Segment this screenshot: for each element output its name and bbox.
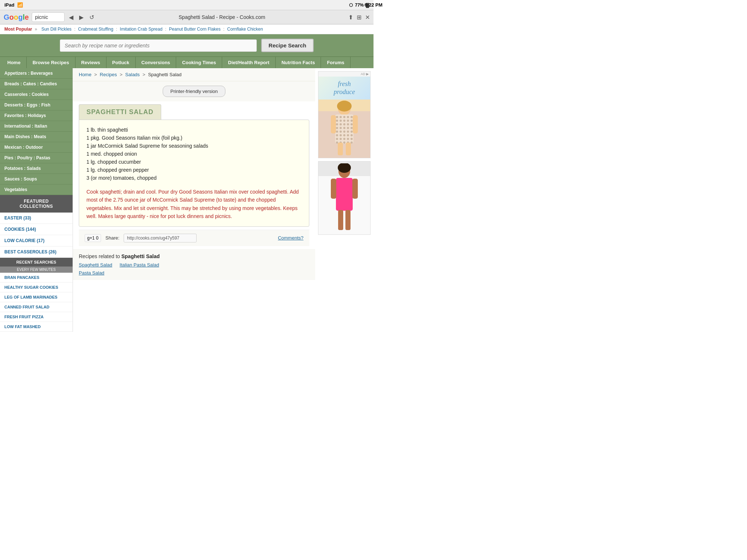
share-button[interactable]: ⬆ bbox=[348, 14, 353, 21]
svg-rect-7 bbox=[346, 143, 351, 155]
popular-link-5[interactable]: Cornflake Chicken bbox=[227, 27, 263, 32]
ingredient-2: 1 pkg. Good Seasons Italian mix (foil pk… bbox=[86, 134, 302, 142]
browser-search-input[interactable] bbox=[32, 12, 65, 22]
related-recipe-name: Spaghetti Salad bbox=[121, 253, 160, 259]
sidebar: Appetizers : Beverages Breads : Cakes : … bbox=[0, 68, 73, 332]
popular-link-4[interactable]: Peanut Butter Corn Flakes bbox=[169, 27, 220, 32]
sidebar-item-desserts[interactable]: Desserts : Eggs : Fish bbox=[0, 100, 73, 110]
collection-easter[interactable]: EASTER (33) bbox=[0, 213, 73, 224]
related-title: Recipes related to Spaghetti Salad bbox=[79, 253, 309, 259]
svg-rect-3 bbox=[335, 114, 353, 144]
gplus-count: 0 bbox=[96, 236, 98, 241]
nav-forums[interactable]: Forums bbox=[321, 57, 351, 68]
browser-chrome: Google ◀ ▶ ↺ Spaghetti Salad - Recipe - … bbox=[0, 10, 374, 24]
popular-link-3[interactable]: Imitation Crab Spread bbox=[120, 27, 163, 32]
sidebar-item-favorites[interactable]: Favorites : Holidays bbox=[0, 110, 73, 121]
ad-model-image-1 bbox=[318, 100, 370, 158]
recent-fresh-fruit-pizza[interactable]: FRESH FRUIT PIZZA bbox=[0, 312, 73, 322]
battery-percent: 77% bbox=[355, 3, 364, 8]
ipad-label: iPad bbox=[4, 2, 14, 8]
sidebar-item-potatoes[interactable]: Potatoes : Salads bbox=[0, 163, 73, 174]
svg-rect-4 bbox=[331, 115, 336, 133]
nav-home[interactable]: Home bbox=[0, 57, 27, 68]
forward-button[interactable]: ▶ bbox=[78, 13, 85, 22]
ad-box-1[interactable]: AD ▶ freshproduce bbox=[318, 71, 371, 158]
share-section: g+1 0 Share: Comments? bbox=[79, 230, 309, 246]
collection-best-casseroles[interactable]: BEST CASSEROLES (26) bbox=[0, 246, 73, 258]
sidebar-item-sauces[interactable]: Sauces : Soups bbox=[0, 174, 73, 184]
main-layout: Appetizers : Beverages Breads : Cakes : … bbox=[0, 68, 374, 332]
content-main: Home > Recipes > Salads > Spaghetti Sala… bbox=[73, 68, 315, 332]
related-link-pasta-salad[interactable]: Pasta Salad bbox=[79, 270, 104, 276]
recent-healthy-sugar-cookies[interactable]: HEALTHY SUGAR COOKIES bbox=[0, 283, 73, 292]
svg-rect-12 bbox=[331, 179, 336, 199]
svg-point-1 bbox=[337, 101, 352, 112]
popular-link-1[interactable]: Sun Dill Pickles bbox=[41, 27, 71, 32]
nav-reviews[interactable]: Reviews bbox=[76, 57, 107, 68]
breadcrumb-current: Spaghetti Salad bbox=[148, 72, 182, 77]
sidebar-item-vegetables[interactable]: Vegetables bbox=[0, 184, 73, 195]
page-title: Spaghetti Salad - Recipe - Cooks.com bbox=[98, 14, 345, 20]
popular-link-2[interactable]: Crabmeat Stuffing bbox=[78, 27, 113, 32]
svg-rect-13 bbox=[352, 179, 358, 199]
fresh-produce-ad: freshproduce bbox=[318, 77, 370, 100]
browser-actions: ⬆ ⊞ ✕ bbox=[348, 14, 370, 21]
fresh-produce-text: freshproduce bbox=[322, 80, 367, 96]
recent-canned-fruit-salad[interactable]: CANNED FRUIT SALAD bbox=[0, 302, 73, 312]
collection-cookies[interactable]: COOKIES (144) bbox=[0, 224, 73, 235]
related-link-italian-pasta[interactable]: Italian Pasta Salad bbox=[120, 262, 159, 268]
gplus-label: g+1 bbox=[87, 236, 94, 241]
svg-rect-5 bbox=[353, 115, 358, 133]
sidebar-item-appetizers[interactable]: Appetizers : Beverages bbox=[0, 68, 73, 79]
comments-link[interactable]: Comments? bbox=[278, 235, 303, 241]
related-link-spaghetti-salad[interactable]: Spaghetti Salad bbox=[79, 262, 112, 268]
recent-low-fat-mashed[interactable]: LOW FAT MASHED bbox=[0, 322, 73, 332]
sidebar-item-main-dishes[interactable]: Main Dishes : Meats bbox=[0, 132, 73, 142]
tab-view-button[interactable]: ⊞ bbox=[357, 14, 361, 21]
bluetooth-icon: ⬡ bbox=[349, 3, 353, 8]
nav-potluck[interactable]: Potluck bbox=[107, 57, 136, 68]
breadcrumb-home[interactable]: Home bbox=[79, 72, 92, 77]
recent-searches-subtitle: EVERY FEW MINUTES bbox=[0, 267, 73, 273]
recent-leg-of-lamb[interactable]: LEG OF LAMB MARINADES bbox=[0, 292, 73, 302]
ad-box-2[interactable] bbox=[318, 161, 371, 235]
sidebar-item-breads[interactable]: Breads : Cakes : Candies bbox=[0, 79, 73, 89]
svg-rect-15 bbox=[345, 210, 351, 230]
nav-conversions[interactable]: Conversions bbox=[136, 57, 177, 68]
sidebar-item-mexican[interactable]: Mexican : Outdoor bbox=[0, 142, 73, 153]
breadcrumb-recipes[interactable]: Recipes bbox=[100, 72, 117, 77]
nav-cooking-times[interactable]: Cooking Times bbox=[176, 57, 222, 68]
ingredient-7: 3 (or more) tomatoes, chopped bbox=[86, 174, 302, 182]
ad-tag-1: AD ▶ bbox=[318, 71, 370, 77]
recent-bran-pancakes[interactable]: BRAN PANCAKES bbox=[0, 273, 73, 283]
sidebar-item-casseroles[interactable]: Casseroles : Cookies bbox=[0, 89, 73, 100]
wifi-icon: 📶 bbox=[17, 2, 23, 8]
ad-model-image-2 bbox=[318, 162, 370, 234]
close-button[interactable]: ✕ bbox=[365, 14, 370, 21]
nav-diet-health[interactable]: Diet/Health Report bbox=[222, 57, 275, 68]
sidebar-item-international[interactable]: International : Italian bbox=[0, 121, 73, 132]
site-search-input[interactable] bbox=[60, 39, 257, 52]
status-time: 6:22 PM bbox=[364, 2, 374, 8]
refresh-button[interactable]: ↺ bbox=[88, 13, 96, 22]
printer-friendly-button[interactable]: Printer-friendly version bbox=[163, 86, 225, 97]
share-url-input[interactable] bbox=[124, 234, 197, 242]
related-section: Recipes related to Spaghetti Salad Spagh… bbox=[73, 249, 315, 280]
status-bar: iPad 📶 6:22 PM ⬡ 77% ▓ bbox=[0, 0, 374, 10]
related-links: Spaghetti Salad Italian Pasta Salad bbox=[79, 262, 309, 268]
recipe-title: SPAGHETTI SALAD bbox=[79, 104, 161, 120]
nav-browse-recipes[interactable]: Browse Recipes bbox=[27, 57, 75, 68]
collection-low-calorie[interactable]: LOW CALORIE (17) bbox=[0, 235, 73, 246]
nav-nutrition[interactable]: Nutrition Facts bbox=[276, 57, 321, 68]
most-popular-bar: Most Popular » Sun Dill Pickles : Crabme… bbox=[0, 24, 374, 34]
recipe-instructions: Cook spaghetti; drain and cool. Pour dry… bbox=[86, 188, 302, 221]
recipe-search-button[interactable]: Recipe Search bbox=[261, 39, 313, 52]
back-button[interactable]: ◀ bbox=[67, 13, 75, 22]
svg-rect-14 bbox=[338, 210, 343, 230]
gplus-button[interactable]: g+1 0 bbox=[85, 234, 101, 242]
sidebar-item-pies[interactable]: Pies : Poultry : Pastas bbox=[0, 153, 73, 163]
featured-collections-title: FEATURED COLLECTIONS bbox=[0, 195, 73, 213]
ingredient-1: 1 lb. thin spaghetti bbox=[86, 126, 302, 134]
breadcrumb-salads[interactable]: Salads bbox=[125, 72, 140, 77]
content-with-ad: Home > Recipes > Salads > Spaghetti Sala… bbox=[73, 68, 374, 332]
